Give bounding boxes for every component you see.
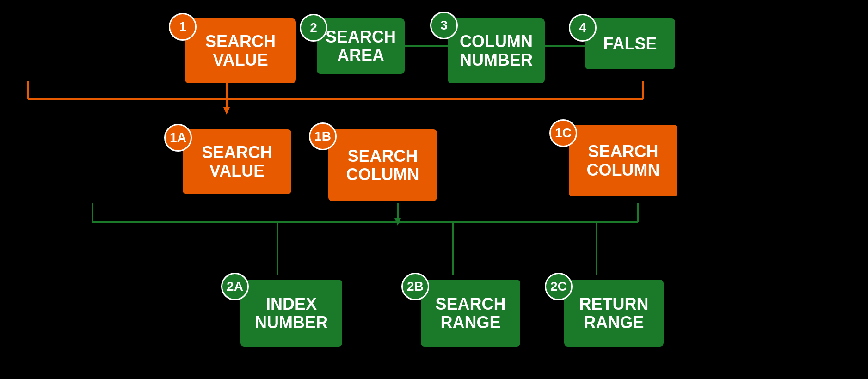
badge-2b: 2B (401, 273, 429, 300)
diagram: 1 SEARCH VALUE 2 SEARCH AREA 3 COLUMN NU… (0, 0, 868, 379)
node-false: FALSE (585, 18, 675, 69)
node-column-number: COLUMN NUMBER (448, 18, 545, 83)
svg-marker-7 (394, 218, 401, 226)
node-1b-search-column: SEARCH COLUMN (328, 129, 437, 201)
node-1a-search-value: SEARCH VALUE (183, 129, 291, 194)
badge-1: 1 (169, 13, 197, 41)
node-2a-index-number: INDEX NUMBER (240, 280, 342, 347)
badge-1a: 1A (164, 124, 192, 152)
badge-1b: 1B (309, 122, 337, 150)
node-2c-return-range: RETURN RANGE (564, 280, 664, 347)
badge-3: 3 (430, 12, 458, 39)
badge-2a: 2A (221, 273, 249, 300)
node-search-value: SEARCH VALUE (185, 18, 296, 83)
svg-marker-2 (223, 107, 230, 115)
badge-4: 4 (569, 14, 597, 42)
badge-2: 2 (300, 14, 327, 42)
badge-2c: 2C (545, 273, 573, 300)
badge-1c: 1C (549, 119, 577, 147)
node-2b-search-range: SEARCH RANGE (421, 280, 520, 347)
node-1c-search-column: SEARCH COLUMN (569, 125, 677, 196)
node-search-area: SEARCH AREA (317, 18, 405, 74)
